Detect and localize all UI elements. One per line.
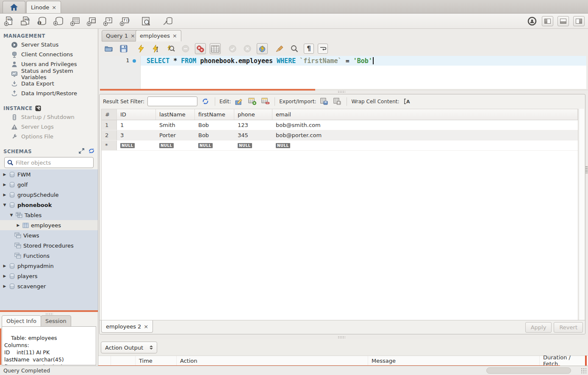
- expand-arrow-icon[interactable]: ▶: [3, 193, 7, 197]
- close-icon[interactable]: ×: [52, 4, 56, 11]
- rollback-icon[interactable]: [242, 43, 253, 54]
- sidebar-item-startup-shutdown[interactable]: Startup / Shutdown: [0, 112, 98, 122]
- output-column-message[interactable]: Message: [368, 356, 540, 365]
- create-table-icon[interactable]: [69, 16, 80, 27]
- create-schema-icon[interactable]: [53, 16, 64, 27]
- search-data-icon[interactable]: [141, 16, 152, 27]
- right-splitter-grip[interactable]: [585, 166, 588, 174]
- tree-item-views[interactable]: Views: [0, 230, 98, 240]
- toggle-autocommit-icon[interactable]: [257, 43, 268, 54]
- schema-item-fwm[interactable]: ▶ FWM: [0, 169, 98, 179]
- column-header-hash[interactable]: #: [102, 109, 117, 120]
- toggle-stop-on-error-icon[interactable]: [195, 43, 206, 54]
- schema-item-golf[interactable]: ▶ golf: [0, 179, 98, 190]
- execute-query-icon[interactable]: [136, 43, 147, 54]
- open-script-icon[interactable]: [103, 43, 114, 54]
- connection-info-icon[interactable]: [527, 16, 538, 27]
- splitter-grip[interactable]: [338, 91, 345, 93]
- sidebar-item-client-connections[interactable]: Client Connections: [0, 50, 98, 59]
- sql-editor[interactable]: 1 SELECT * FROM phonebook.employees WHER…: [100, 56, 586, 89]
- output-column-time[interactable]: Time: [136, 356, 177, 365]
- sidebar-item-options-file[interactable]: Options File: [0, 132, 98, 141]
- result-tab-employees-2[interactable]: employees 2 ×: [101, 320, 153, 333]
- horizontal-scrollbar-thumb[interactable]: [486, 367, 571, 374]
- tab-employees[interactable]: employees ×: [136, 30, 181, 41]
- window-resize-grip[interactable]: [581, 368, 587, 374]
- column-header-email[interactable]: email: [272, 109, 578, 120]
- toggle-word-wrap-icon[interactable]: [318, 44, 328, 54]
- tab-query-1[interactable]: Query 1 ×: [102, 30, 139, 41]
- toggle-invisible-characters-icon[interactable]: ¶: [304, 44, 314, 54]
- toggle-right-sidebar-button[interactable]: [573, 16, 585, 26]
- refresh-schemas-icon[interactable]: [89, 148, 94, 154]
- connection-tab[interactable]: Linode ×: [26, 1, 61, 13]
- schema-filter-input[interactable]: [16, 160, 91, 166]
- vertical-scrollbar[interactable]: [579, 109, 584, 320]
- sidebar-item-data-import[interactable]: Data Import/Restore: [0, 88, 98, 98]
- output-column-action[interactable]: Action: [177, 356, 368, 365]
- expand-schemas-icon[interactable]: [79, 148, 84, 154]
- expand-arrow-icon[interactable]: ▶: [3, 274, 7, 278]
- schema-item-groupschedule[interactable]: ▶ groupSchedule: [0, 190, 98, 200]
- commit-icon[interactable]: [227, 43, 238, 54]
- sidebar-item-status-system-variables[interactable]: Status and System Variables: [0, 69, 98, 79]
- inspect-database-icon[interactable]: i: [36, 16, 47, 27]
- expand-arrow-icon[interactable]: ▶: [3, 284, 7, 288]
- schema-item-phonebook[interactable]: ▼ phonebook: [0, 200, 98, 210]
- new-sql-tab-icon[interactable]: SQL: [3, 16, 14, 27]
- column-header-phone[interactable]: phone: [234, 109, 272, 120]
- export-results-icon[interactable]: [319, 97, 329, 106]
- revert-button[interactable]: Revert: [554, 322, 583, 333]
- expand-arrow-icon[interactable]: ▶: [16, 223, 20, 227]
- explain-statement-icon[interactable]: [165, 43, 176, 54]
- wrap-cell-content-icon[interactable]: A: [402, 97, 413, 106]
- import-records-icon[interactable]: [332, 97, 342, 106]
- save-script-icon[interactable]: [118, 43, 129, 54]
- close-icon[interactable]: ×: [172, 33, 177, 39]
- toggle-bottom-panel-button[interactable]: [557, 16, 569, 26]
- column-header-lastname[interactable]: lastName: [156, 109, 195, 120]
- toggle-left-sidebar-button[interactable]: [542, 16, 553, 26]
- column-header-firstname[interactable]: firstName: [195, 109, 234, 120]
- output-column-duration[interactable]: Duration / Fetch: [540, 356, 588, 365]
- tree-item-functions[interactable]: Functions: [0, 251, 98, 261]
- apply-button[interactable]: Apply: [525, 322, 552, 333]
- splitter-grip[interactable]: [338, 336, 345, 338]
- create-view-icon[interactable]: [86, 16, 97, 27]
- tree-item-stored-procedures[interactable]: Stored Procedures: [0, 240, 98, 251]
- open-sql-script-icon[interactable]: SQL: [20, 16, 31, 27]
- sql-line-1[interactable]: SELECT * FROM phonebook.employees WHERE …: [141, 56, 586, 66]
- schema-item-scavenger[interactable]: ▶ scavenger: [0, 281, 98, 291]
- column-header-id[interactable]: ID: [117, 109, 156, 120]
- create-procedure-icon[interactable]: [103, 16, 114, 27]
- find-icon[interactable]: [289, 43, 300, 54]
- tree-item-tables[interactable]: ▼ Tables: [0, 210, 98, 220]
- table-row[interactable]: 2 3 Porter Bob 345 bob@porter.com: [102, 130, 578, 141]
- sidebar-item-server-logs[interactable]: Server Logs: [0, 122, 98, 132]
- expand-arrow-icon[interactable]: ▶: [3, 264, 7, 268]
- close-icon[interactable]: ×: [130, 33, 135, 39]
- output-view-selector[interactable]: Action Output: [101, 342, 157, 353]
- expand-arrow-icon[interactable]: ▶: [3, 172, 7, 176]
- execute-current-statement-icon[interactable]: [150, 43, 161, 54]
- expand-arrow-icon[interactable]: ▶: [3, 182, 7, 187]
- editor-result-splitter[interactable]: [100, 89, 315, 91]
- home-tab[interactable]: [3, 1, 25, 13]
- selector-spinner-icon[interactable]: [150, 345, 153, 350]
- collapse-arrow-icon[interactable]: ▼: [9, 213, 14, 217]
- new-row-placeholder[interactable]: * NULL NULL NULL NULL NULL: [102, 141, 578, 151]
- schema-item-players[interactable]: ▶ players: [0, 271, 98, 281]
- collapse-arrow-icon[interactable]: ▼: [3, 203, 7, 207]
- sidebar-item-server-status[interactable]: Server Status: [0, 40, 98, 50]
- stop-query-icon[interactable]: [180, 43, 191, 54]
- beautify-script-icon[interactable]: [274, 43, 285, 54]
- table-row[interactable]: 1 1 Smith Bob 123 bob@smith.com: [102, 120, 578, 130]
- tab-object-info[interactable]: Object Info: [2, 315, 41, 327]
- result-filter-input[interactable]: [147, 97, 197, 106]
- sidebar-splitter[interactable]: [0, 310, 98, 312]
- edit-cell-icon[interactable]: [234, 97, 244, 106]
- limit-rows-icon[interactable]: [210, 43, 221, 54]
- reconnect-database-icon[interactable]: [162, 16, 173, 27]
- splitter-grip[interactable]: [45, 313, 53, 315]
- create-function-icon[interactable]: f(): [119, 16, 130, 27]
